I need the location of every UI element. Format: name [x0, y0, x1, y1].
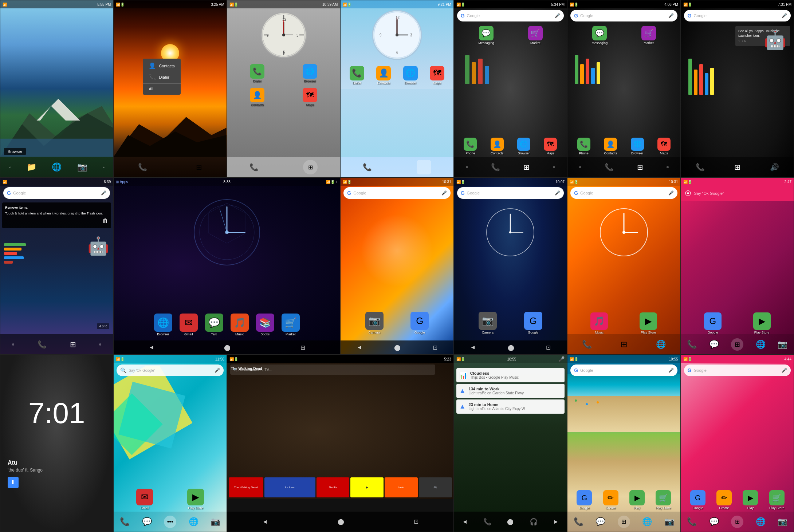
dock-icon-camera[interactable]: 📷: [77, 162, 87, 172]
scroll-4[interactable]: [417, 160, 431, 174]
icon-browser-5[interactable]: 🌐 Browser: [517, 138, 530, 155]
icon-maps-3[interactable]: 🗺 Maps: [303, 88, 317, 107]
dock-apps-18[interactable]: ⊞: [618, 516, 630, 528]
google-bar-6[interactable]: G Google 🎤: [570, 10, 677, 21]
icon-browser-9[interactable]: 🌐 Browser: [154, 314, 172, 336]
google-bar-19[interactable]: G Google 🎤: [684, 364, 791, 376]
dock-phone[interactable]: 📞: [138, 163, 147, 172]
dock-apps-13[interactable]: ⊞: [731, 338, 743, 351]
icon-playstore-19[interactable]: 🛒 Play Store: [769, 490, 785, 510]
home-17[interactable]: ⬤: [507, 518, 514, 525]
dock-chrome-15[interactable]: 🌐: [189, 517, 198, 527]
icon-gmail-15[interactable]: ✉ Gmail: [136, 489, 153, 510]
dock-apps-15[interactable]: •••: [164, 516, 176, 528]
icon-playstore-13[interactable]: ▶ Play Store: [753, 312, 771, 334]
nav-recent-9[interactable]: ⊞: [300, 344, 305, 351]
back-16[interactable]: ◄: [262, 519, 268, 525]
recent-10[interactable]: ⊡: [433, 344, 437, 351]
nav-apps-5[interactable]: ⊞: [523, 163, 530, 172]
recent-11[interactable]: ⊡: [546, 344, 551, 351]
icon-playstore-18[interactable]: 🛒 Play Store: [656, 490, 671, 510]
back-11[interactable]: ◄: [470, 344, 476, 351]
icon-market-5[interactable]: 🛒 Market: [528, 26, 543, 45]
menu-dialer[interactable]: 📞 Dialer: [143, 71, 180, 83]
mic-15[interactable]: 🎤: [215, 368, 220, 373]
icon-google-13[interactable]: G Google: [704, 312, 722, 334]
nav-home-9[interactable]: ⬤: [224, 344, 231, 351]
dock-msg-19[interactable]: 💬: [709, 517, 719, 527]
dock-chrome-12[interactable]: 🌐: [656, 340, 666, 349]
dock-chrome-18[interactable]: 🌐: [642, 517, 652, 527]
mic-7[interactable]: 🎤: [782, 13, 787, 18]
nav-back[interactable]: ◄: [8, 166, 11, 169]
icon-phone-5[interactable]: 📞 Phone: [464, 138, 477, 155]
mic-11[interactable]: 🎤: [555, 190, 560, 196]
phone-17[interactable]: 📞: [483, 518, 491, 526]
dock-camera-13[interactable]: 📷: [778, 340, 787, 349]
headphone-17[interactable]: 🎧: [530, 518, 538, 526]
mic-17[interactable]: 🎤: [558, 356, 565, 362]
home-10[interactable]: ⬤: [394, 344, 401, 351]
dock-camera-18[interactable]: 📷: [664, 517, 674, 527]
dock-phone-13[interactable]: 📞: [687, 340, 697, 349]
icon-music-9[interactable]: 🎵 Music: [231, 314, 249, 336]
mic-10[interactable]: 🎤: [441, 190, 447, 196]
google-bar-15[interactable]: 🔍 Say 'Ok Google' 🎤: [117, 364, 223, 376]
work-card[interactable]: ▲ 134 min to Work Light traffic on Garde…: [456, 384, 565, 398]
icon-browser-3[interactable]: 🌐 Browser: [303, 64, 317, 83]
icon-talk-9[interactable]: 💬 Talk: [205, 314, 223, 336]
search-bar-16[interactable]: 🔍 Search movies, TV...: [230, 364, 435, 375]
dock-phone-3[interactable]: 📞: [249, 163, 259, 172]
nav-phone-5[interactable]: 📞: [491, 163, 500, 172]
mic-icon-5[interactable]: 🎤: [555, 13, 560, 18]
mic-8[interactable]: 🎤: [101, 190, 106, 196]
icon-contacts-5[interactable]: 👤 Contacts: [491, 138, 504, 155]
dock-apps[interactable]: ⊞: [196, 163, 202, 172]
icon-maps-4[interactable]: 🗺 Maps: [430, 66, 444, 85]
movie-3[interactable]: Netflix: [317, 477, 350, 497]
dock-camera-19[interactable]: 📷: [778, 517, 787, 527]
dock-phone-4[interactable]: 📞: [363, 163, 372, 172]
movie-6[interactable]: 🎮: [419, 477, 452, 497]
home-11[interactable]: ⬤: [508, 344, 514, 351]
google-bar-12[interactable]: G Google 🎤: [570, 187, 677, 199]
movie-4[interactable]: ▶: [350, 477, 384, 497]
movie-1[interactable]: The Walking Dead: [229, 477, 263, 497]
dock-phone-19[interactable]: 📞: [687, 517, 697, 527]
mic-18[interactable]: 🎤: [668, 368, 674, 373]
mic-19[interactable]: 🎤: [782, 368, 787, 373]
home-16[interactable]: ⬤: [338, 518, 344, 525]
nav-back-9[interactable]: ◄: [149, 344, 154, 351]
icon-play-18[interactable]: ▶ Play: [629, 490, 645, 510]
google-bar-8[interactable]: G Google 🎤: [3, 187, 110, 199]
nav-apps-7[interactable]: ⊞: [734, 163, 740, 172]
menu-contacts[interactable]: 👤 Contacts: [143, 60, 180, 71]
music-card[interactable]: 📊 Cloudless Thijs Bos • Google Play Musi…: [456, 368, 565, 382]
icon-messaging-6[interactable]: 💬 Messaging: [592, 26, 608, 45]
dock-icon-browser[interactable]: 🌐: [52, 162, 62, 172]
google-bar-18[interactable]: G Google 🎤: [570, 364, 677, 376]
icon-maps-6[interactable]: 🗺 Maps: [657, 138, 671, 155]
recent-16[interactable]: ⊡: [414, 518, 418, 525]
icon-camera-11[interactable]: 📷 Camera: [479, 312, 497, 334]
menu-all[interactable]: All: [143, 84, 180, 93]
icon-google-11[interactable]: G Google: [524, 312, 542, 334]
icon-dialer-4[interactable]: 📞 Dialer: [350, 66, 364, 85]
icon-create-19[interactable]: ✏ Create: [716, 490, 732, 510]
movie-5[interactable]: hulu: [385, 477, 418, 497]
dock-chrome-19[interactable]: 🌐: [756, 517, 766, 527]
say-ok-google-bar[interactable]: ⦿ Say "Ok Google": [681, 186, 794, 201]
back-17[interactable]: ◄: [462, 519, 468, 525]
home-card[interactable]: ▲ 23 min to Home Light traffic on Atlant…: [456, 399, 565, 414]
google-bar-11[interactable]: G Google 🎤: [457, 187, 564, 199]
nav-apps-6[interactable]: ⊞: [637, 163, 643, 172]
icon-messaging-5[interactable]: 💬 Messaging: [478, 26, 494, 45]
dock-phone-18[interactable]: 📞: [574, 517, 583, 527]
google-bar-5[interactable]: G Google 🎤: [457, 10, 564, 21]
fwd-17[interactable]: ►: [553, 519, 559, 525]
icon-contacts-3[interactable]: 👤 Contacts: [250, 88, 264, 107]
icon-maps-5[interactable]: 🗺 Maps: [544, 138, 557, 155]
dock-msg-18[interactable]: 💬: [596, 517, 605, 527]
dock-apps-12[interactable]: ⊞: [621, 340, 627, 349]
icon-playstore-12[interactable]: ▶ Play Store: [640, 312, 657, 334]
